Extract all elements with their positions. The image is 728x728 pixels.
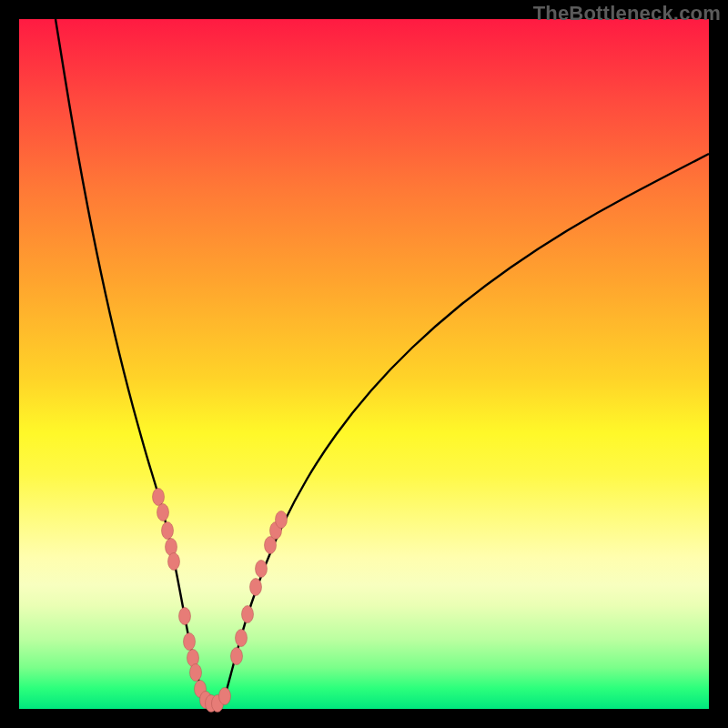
- curve-right-branch: [223, 154, 709, 703]
- data-dot: [242, 606, 254, 623]
- data-dot: [153, 489, 165, 506]
- data-dot: [179, 608, 191, 625]
- curve-data-dots: [153, 489, 288, 713]
- data-dot: [190, 664, 202, 682]
- bottleneck-curve-svg: [19, 19, 709, 709]
- data-dot: [168, 553, 180, 571]
- data-dot: [231, 648, 243, 665]
- data-dot: [256, 561, 268, 578]
- data-dot: [184, 633, 196, 651]
- data-dot: [219, 688, 231, 705]
- data-dot: [157, 504, 169, 521]
- data-dot: [250, 579, 262, 596]
- data-dot: [236, 630, 248, 647]
- data-dot: [276, 511, 288, 529]
- curve-left-branch: [56, 19, 206, 703]
- data-dot: [162, 522, 174, 540]
